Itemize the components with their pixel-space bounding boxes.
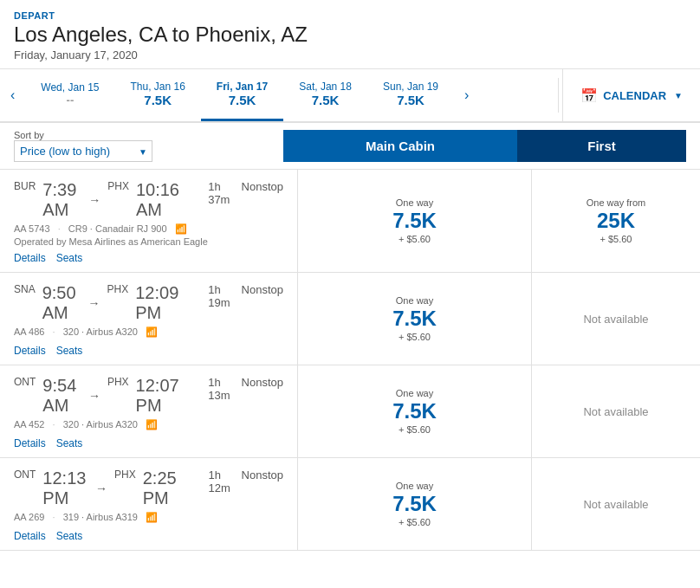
flight-links: Details Seats [14,339,283,365]
main-cabin-price-cell[interactable]: One way 7.5K + $5.60 [297,170,531,272]
seats-link[interactable]: Seats [56,252,83,265]
details-link[interactable]: Details [14,345,46,358]
calendar-button[interactable]: 📅 CALENDAR ▼ [562,69,700,121]
dest-airport: PHX [107,180,129,220]
details-link[interactable]: Details [14,252,46,265]
price-label: 7.5K [217,93,268,107]
filters-row: Sort by Price (low to high) Price (high … [0,123,700,170]
price-cells: One way 7.5K + $5.60 Not available [297,273,700,365]
points-main: 7.5K [392,210,437,232]
date-item-thu-jan-16[interactable]: Thu, Jan 16 7.5K [114,69,200,121]
next-date-arrow[interactable]: › [454,69,479,121]
flight-row: ONT 9:54 AM → PHX 12:07 PM 1h 13m Nonsto… [0,365,700,458]
flight-times-row: 12:13 PM → [42,468,107,508]
flight-airport-row: BUR 7:39 AM → PHX 10:16 AM 1h 37m Nonsto… [14,180,283,220]
day-label: Sat, Jan 18 [299,81,352,93]
flight-meta: AA 269 · 319 · Airbus A319 📶 [14,512,283,523]
origin-airport: BUR [14,180,36,220]
meta-separator: · [58,223,61,234]
flight-times-row: 9:54 AM → [42,376,100,416]
dest-airport: PHX [107,283,129,323]
origin-airport: SNA [14,283,36,323]
seats-link[interactable]: Seats [56,437,83,450]
fee-main: + $5.60 [399,234,431,244]
sort-group: Sort by Price (low to high) Price (high … [14,130,152,162]
main-cabin-price-cell[interactable]: One way 7.5K + $5.60 [297,273,531,365]
date-item-sun-jan-19[interactable]: Sun, Jan 19 7.5K [367,69,454,121]
wifi-icon: 📶 [146,326,158,337]
flight-row: BUR 7:39 AM → PHX 10:16 AM 1h 37m Nonsto… [0,170,700,273]
sort-select[interactable]: Price (low to high) Price (high to low) … [14,140,152,162]
one-way-label: One way [396,481,433,491]
flight-links: Details Seats [14,432,283,457]
seats-link[interactable]: Seats [56,530,83,543]
flight-list: BUR 7:39 AM → PHX 10:16 AM 1h 37m Nonsto… [0,170,700,551]
not-available-first: Not available [583,313,648,326]
price-cells: One way 7.5K + $5.60 Not available [297,458,700,550]
date-item-wed-jan-15[interactable]: Wed, Jan 15 -- [25,69,114,121]
flight-info: BUR 7:39 AM → PHX 10:16 AM 1h 37m Nonsto… [0,170,297,272]
not-available-first: Not available [583,498,648,511]
first-price-cell[interactable]: One way from 25K + $5.60 [531,170,700,272]
arrive-time: 12:09 PM [135,283,187,323]
depart-label: DEPART [14,10,686,21]
day-label: Wed, Jan 15 [41,81,99,94]
flight-meta: AA 5743 · CR9 · Canadair RJ 900 📶 [14,223,283,235]
one-way-label: One way [396,197,433,208]
stops: Nonstop [242,283,283,323]
flight-links: Details Seats [14,247,283,272]
arrive-time: 2:25 PM [143,468,188,508]
flight-row: ONT 12:13 PM → PHX 2:25 PM 1h 12m Nonsto… [0,458,700,551]
aircraft: 320 · Airbus A320 [63,326,138,337]
flight-times-row: 9:50 AM → [42,283,100,323]
flight-num: AA 486 [14,326,44,337]
depart-time: 7:39 AM [42,180,81,220]
date-item-sat-jan-18[interactable]: Sat, Jan 18 7.5K [283,69,367,121]
dest-airport: PHX [107,376,129,416]
main-cabin-price-cell[interactable]: One way 7.5K + $5.60 [297,365,531,457]
first-cabin-header[interactable]: First [517,130,686,162]
calendar-chevron: ▼ [674,91,683,100]
prev-date-arrow[interactable]: ‹ [0,69,25,121]
details-link[interactable]: Details [14,437,46,450]
arrive-time: 10:16 AM [136,180,187,220]
date-nav-dates: ‹ Wed, Jan 15 -- Thu, Jan 16 7.5K Fri, J… [0,69,554,121]
arrow-icon: → [88,296,100,310]
depart-time: 12:13 PM [42,468,88,508]
wifi-icon: 📶 [146,419,158,430]
arrow-icon: → [88,193,100,207]
date-divider [558,78,559,113]
seats-link[interactable]: Seats [56,345,83,358]
route-title: Los Angeles, CA to Phoenix, AZ [14,23,686,47]
depart-time: 9:50 AM [42,283,81,323]
fee-main: + $5.60 [399,332,431,342]
fee-main: + $5.60 [399,424,431,435]
main-cabin-price-cell[interactable]: One way 7.5K + $5.60 [297,458,531,550]
meta-separator: · [53,419,55,430]
flight-airport-row: ONT 9:54 AM → PHX 12:07 PM 1h 13m Nonsto… [14,376,283,416]
day-label: Fri, Jan 17 [217,81,268,93]
not-available-first: Not available [583,405,648,418]
flight-num: AA 269 [14,512,44,522]
date-item-fri-jan-17[interactable]: Fri, Jan 17 7.5K [201,69,283,121]
fee-main: + $5.60 [399,517,431,527]
flight-airport-row: SNA 9:50 AM → PHX 12:09 PM 1h 19m Nonsto… [14,283,283,323]
details-link[interactable]: Details [14,530,46,543]
date-subtitle: Friday, January 17, 2020 [14,48,686,61]
sort-wrapper[interactable]: Price (low to high) Price (high to low) … [14,140,152,162]
date-nav: ‹ Wed, Jan 15 -- Thu, Jan 16 7.5K Fri, J… [0,69,700,123]
points-main: 7.5K [392,493,437,515]
first-price-cell: Not available [531,273,700,365]
flight-links: Details Seats [14,525,283,550]
day-label: Sun, Jan 19 [383,81,438,93]
arrow-icon: → [95,481,107,495]
price-cells: One way 7.5K + $5.60 Not available [297,365,700,457]
stops: Nonstop [242,180,283,220]
main-cabin-header[interactable]: Main Cabin [283,130,517,162]
operated-by: Operated by Mesa Airlines as American Ea… [14,236,283,247]
one-way-label: One way [396,388,433,398]
flight-info: SNA 9:50 AM → PHX 12:09 PM 1h 19m Nonsto… [0,273,297,365]
arrow-icon: → [88,389,100,403]
points-main: 7.5K [392,307,437,330]
one-way-from: One way from [587,197,645,208]
